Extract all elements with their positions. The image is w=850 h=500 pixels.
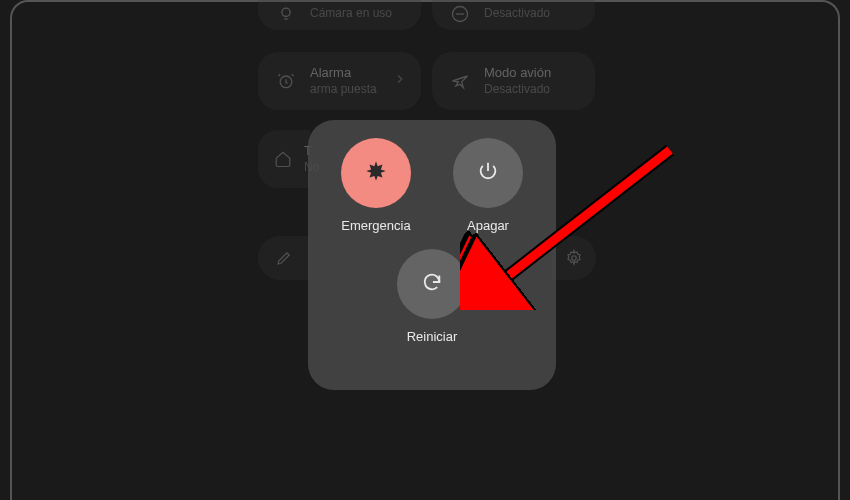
power-menu-row-2: Reiniciar [324, 249, 540, 344]
shutdown-button[interactable] [453, 138, 523, 208]
restart-button[interactable] [397, 249, 467, 319]
emergency-icon [363, 158, 389, 188]
shutdown-label: Apagar [467, 218, 509, 233]
emergency-option: Emergencia [326, 138, 426, 233]
power-menu: Emergencia Apagar Reiniciar [308, 120, 556, 390]
power-menu-row-1: Emergencia Apagar [324, 138, 540, 233]
emergency-label: Emergencia [341, 218, 410, 233]
emergency-button[interactable] [341, 138, 411, 208]
shutdown-option: Apagar [438, 138, 538, 233]
restart-option: Reiniciar [382, 249, 482, 344]
restart-icon [421, 271, 443, 297]
restart-label: Reiniciar [407, 329, 458, 344]
power-icon [477, 160, 499, 186]
